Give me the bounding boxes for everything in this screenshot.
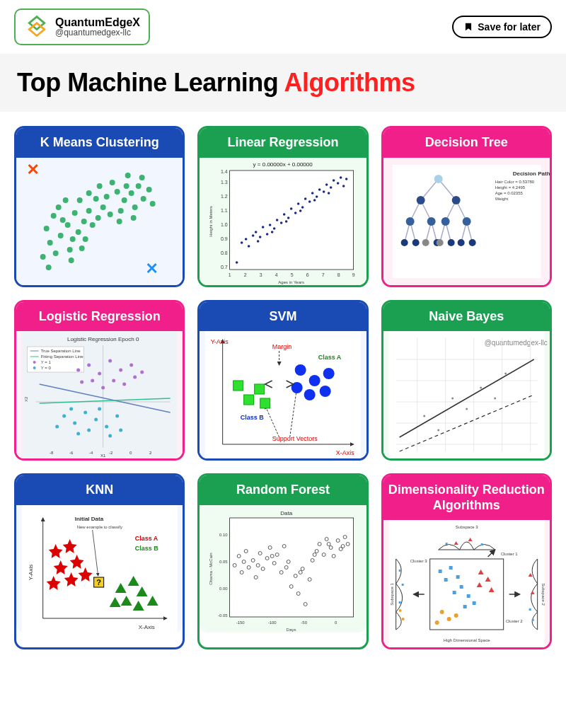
svg-point-32 bbox=[97, 183, 103, 189]
svg-point-80 bbox=[290, 207, 293, 210]
svg-text:0.00: 0.00 bbox=[219, 587, 228, 591]
svg-text:X1: X1 bbox=[100, 453, 106, 458]
svg-text:Hair Color = 0.53780: Hair Color = 0.53780 bbox=[495, 180, 534, 184]
svg-point-223 bbox=[423, 415, 425, 417]
svg-point-154 bbox=[87, 364, 91, 367]
svg-text:-2: -2 bbox=[109, 451, 113, 455]
svg-text:Fitting Separation Line: Fitting Separation Line bbox=[41, 354, 84, 359]
svg-text:High Dimensional Space: High Dimensional Space bbox=[443, 638, 490, 642]
svg-text:Class B: Class B bbox=[135, 545, 159, 552]
title-bar: Top Machine Learning Algorithms bbox=[0, 54, 566, 112]
svg-point-136 bbox=[457, 239, 464, 246]
svg-point-229 bbox=[494, 398, 496, 400]
svg-point-88 bbox=[318, 188, 321, 191]
svg-text:1.0: 1.0 bbox=[221, 222, 228, 227]
svg-point-89 bbox=[323, 190, 325, 193]
svg-point-82 bbox=[297, 202, 300, 205]
svg-point-35 bbox=[93, 196, 99, 202]
brand-handle: @quantumedgex-llc bbox=[55, 28, 140, 37]
svg-rect-324 bbox=[401, 584, 403, 586]
svg-point-4 bbox=[44, 226, 50, 231]
svg-rect-318 bbox=[472, 601, 475, 605]
svg-point-19 bbox=[46, 265, 52, 270]
brand-logo-icon bbox=[24, 14, 50, 40]
svg-point-166 bbox=[62, 415, 66, 418]
svg-point-123 bbox=[434, 175, 442, 183]
svg-point-129 bbox=[462, 217, 470, 226]
svg-point-15 bbox=[86, 208, 92, 214]
knn-chart: X-Axis Y-Axis Initial Data New example t… bbox=[16, 505, 183, 632]
svg-point-41 bbox=[96, 215, 101, 221]
save-for-later-button[interactable]: Save for later bbox=[452, 16, 552, 38]
svg-text:5: 5 bbox=[291, 272, 294, 277]
svg-point-39 bbox=[131, 215, 137, 221]
svg-rect-323 bbox=[398, 570, 400, 572]
svg-point-227 bbox=[437, 429, 439, 432]
svg-text:Class B: Class B bbox=[241, 414, 265, 421]
algorithm-grid: K Means Clustering Linear Regression y =… bbox=[0, 112, 566, 664]
svg-rect-230 bbox=[22, 505, 178, 632]
svg-point-71 bbox=[259, 236, 262, 238]
svg-point-77 bbox=[280, 221, 283, 224]
svg-point-38 bbox=[124, 183, 129, 189]
svg-point-76 bbox=[276, 219, 279, 221]
svg-point-79 bbox=[287, 216, 290, 219]
svg-rect-315 bbox=[452, 591, 456, 594]
svg-point-30 bbox=[132, 204, 138, 210]
svg-text:Logistic Regression Epoch 0: Logistic Regression Epoch 0 bbox=[67, 336, 139, 342]
svg-text:Data: Data bbox=[281, 510, 293, 516]
svg-point-225 bbox=[480, 387, 482, 389]
svg-point-321 bbox=[434, 620, 439, 625]
svg-rect-330 bbox=[445, 543, 447, 545]
svg-text:@quantumedgex-llc: @quantumedgex-llc bbox=[484, 339, 547, 347]
svg-text:Class A: Class A bbox=[318, 354, 342, 361]
svg-point-33 bbox=[108, 212, 113, 217]
svg-point-177 bbox=[119, 429, 122, 432]
svg-text:Height in Meters: Height in Meters bbox=[209, 206, 213, 237]
svg-point-12 bbox=[72, 210, 78, 216]
svg-text:Y-Axis: Y-Axis bbox=[211, 338, 229, 345]
svg-text:Age = 0.02355: Age = 0.02355 bbox=[495, 191, 523, 195]
svg-point-155 bbox=[98, 372, 101, 376]
svg-point-319 bbox=[439, 610, 444, 614]
brand-badge: QuantumEdgeX @quantumedgex-llc bbox=[14, 8, 150, 45]
svg-point-326 bbox=[401, 618, 404, 620]
svg-point-163 bbox=[101, 386, 105, 390]
svg-text:?: ? bbox=[96, 578, 101, 587]
svg-point-134 bbox=[436, 239, 443, 246]
svg-point-24 bbox=[110, 180, 115, 185]
svg-text:New example to classify: New example to classify bbox=[77, 525, 122, 529]
card-title: Dimensionality Reduction Algorithms bbox=[383, 475, 550, 520]
svg-point-26 bbox=[118, 208, 124, 214]
svg-point-22 bbox=[100, 204, 106, 210]
svg-text:Class A: Class A bbox=[135, 535, 158, 542]
svg-rect-331 bbox=[480, 543, 483, 545]
card-dtree: Decision Tree Decision Path Hair Color =… bbox=[381, 126, 552, 287]
svg-point-228 bbox=[466, 408, 468, 410]
card-title: KNN bbox=[16, 475, 183, 505]
svg-rect-295 bbox=[388, 520, 544, 647]
svg-text:0.7: 0.7 bbox=[221, 265, 228, 270]
nb-chart: @quantumedgex-llc bbox=[383, 331, 550, 458]
svg-point-131 bbox=[412, 239, 419, 246]
svg-text:X2: X2 bbox=[24, 396, 28, 402]
svg-point-132 bbox=[422, 239, 429, 246]
svg-text:0.9: 0.9 bbox=[221, 236, 228, 241]
save-button-label: Save for later bbox=[478, 21, 541, 33]
svg-point-20 bbox=[104, 194, 110, 200]
svg-point-14 bbox=[63, 197, 69, 203]
svg-text:Decision Path: Decision Path bbox=[512, 171, 550, 177]
svg-point-94 bbox=[340, 176, 342, 179]
svg-point-157 bbox=[119, 369, 122, 372]
svg-point-156 bbox=[108, 359, 112, 363]
svg-text:-150: -150 bbox=[236, 620, 246, 625]
svg-point-69 bbox=[252, 234, 255, 237]
svg-rect-45 bbox=[230, 171, 354, 270]
svg-point-161 bbox=[122, 383, 126, 386]
svg-point-85 bbox=[308, 200, 311, 203]
svg-text:0.05: 0.05 bbox=[219, 560, 228, 564]
svg-rect-202 bbox=[260, 398, 270, 408]
svg-rect-317 bbox=[463, 605, 466, 608]
svg-text:-6: -6 bbox=[69, 451, 74, 455]
svg-point-72 bbox=[262, 226, 265, 229]
